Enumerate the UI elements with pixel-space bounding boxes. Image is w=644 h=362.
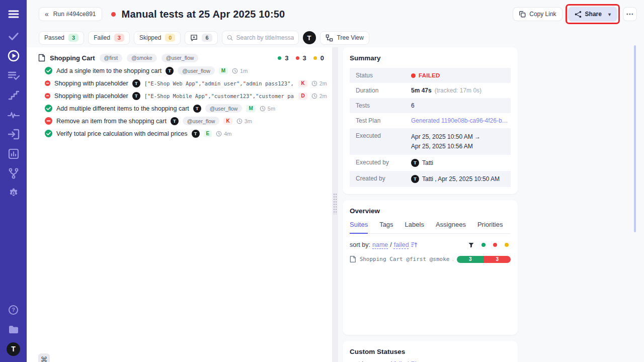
header-actions: Copy Link Share ▾ ⋯ [513, 4, 637, 24]
search-box[interactable] [222, 31, 299, 45]
copy-link-button[interactable]: Copy Link [513, 7, 562, 21]
test-tag[interactable]: @user_flow [183, 117, 220, 125]
summary-row-status: Status FAILED [350, 68, 511, 83]
tests-count-value: 6 [411, 98, 415, 113]
test-title: Shopping with placeholder [54, 80, 128, 87]
tab-suites[interactable]: Suites [350, 221, 368, 234]
comments-filter[interactable]: 6 [185, 31, 217, 45]
suite-tag[interactable]: @user_flow [162, 54, 199, 62]
filter-passed-dot[interactable] [481, 243, 486, 247]
suite-bar-row[interactable]: Shopping Cart @first @smoke … 3 3 [350, 255, 511, 263]
sort-by-name-link[interactable]: name [372, 241, 388, 248]
tab-priorities[interactable]: Priorities [477, 221, 503, 233]
test-title: Add multiple different items to the shop… [56, 105, 189, 112]
skipped-count-badge: 0 [165, 34, 175, 42]
assignee-avatar: T [192, 130, 200, 138]
profile-avatar[interactable]: T [0, 343, 27, 355]
test-row[interactable]: Verify total price calculation with deci… [45, 127, 327, 140]
test-duration: 2m [319, 93, 327, 99]
sidebar-item-settings[interactable] [0, 187, 27, 199]
sort-by-failed-link[interactable]: failed [394, 241, 409, 248]
share-button[interactable]: Share ▾ [568, 7, 617, 22]
test-row[interactable]: Remove an item from the shopping cart T … [45, 115, 327, 127]
avatar-letter: T [7, 342, 20, 356]
skipped-dot [313, 56, 317, 60]
share-icon [575, 11, 582, 18]
test-row[interactable]: Shopping with placeholder T ["E-Shop Mob… [45, 89, 327, 102]
filter-toolbar: Passed 3 Failed 3 Skipped 0 6 T Tree Vie… [27, 28, 644, 47]
bar-failed-segment: 3 [484, 256, 511, 263]
custom-status-badge: M [246, 105, 255, 112]
test-title: Shopping with placeholder [54, 93, 128, 100]
failed-status-dot [411, 73, 416, 78]
tree-view-button[interactable]: Tree View [320, 31, 369, 45]
suite-tag[interactable]: @first [100, 54, 123, 62]
filter-skipped[interactable]: Skipped 0 [134, 31, 181, 45]
hamburger-menu-icon[interactable] [0, 8, 27, 20]
tab-tags[interactable]: Tags [379, 221, 393, 233]
scrollbar-thumb[interactable] [634, 45, 636, 232]
assignee-avatar: T [132, 92, 140, 100]
sidebar-item-plans[interactable] [0, 69, 27, 81]
sort-ascending-icon [411, 242, 418, 248]
sidebar-item-reports[interactable] [0, 148, 27, 160]
filter-failed-dot[interactable] [493, 243, 497, 247]
suite-failed-count: 3 [303, 54, 306, 62]
docs-icon[interactable] [0, 323, 27, 335]
filter-failed[interactable]: Failed 3 [88, 31, 130, 45]
clock-icon [232, 68, 238, 74]
search-input[interactable] [236, 34, 294, 41]
row-label: Executed by [350, 155, 411, 171]
funnel-icon[interactable] [468, 242, 474, 248]
tab-labels[interactable]: Labels [405, 221, 424, 233]
sidebar-item-steps[interactable] [0, 89, 27, 101]
row-label: Tests [350, 98, 411, 113]
row-label: Executed [350, 128, 411, 155]
test-row[interactable]: Add a single item to the shopping cart T… [45, 64, 327, 77]
status-value: FAILED [419, 72, 440, 78]
keyboard-shortcuts-button[interactable]: ⌘ [38, 353, 50, 362]
test-row[interactable]: Add multiple different items to the shop… [45, 102, 327, 115]
user-avatar[interactable]: T [303, 31, 316, 44]
row-label: Duration [350, 83, 411, 98]
sidebar-item-runs[interactable] [0, 50, 27, 62]
assignee-avatar: T [171, 117, 179, 125]
back-to-run-button[interactable]: « Run #494ce891 [39, 7, 102, 21]
summary-row-tests: Tests 6 [350, 98, 511, 113]
filter-skipped-dot[interactable] [505, 243, 509, 247]
passed-dot [278, 56, 281, 60]
sidebar-nav [0, 30, 27, 199]
test-tag[interactable]: @user_flow [178, 66, 215, 75]
filter-passed[interactable]: Passed 3 [39, 31, 84, 45]
sidebar-item-pulse[interactable] [0, 109, 27, 121]
more-actions-button[interactable]: ⋯ [623, 7, 637, 21]
custom-status-badge: K [298, 80, 307, 87]
share-label: Share [585, 11, 602, 18]
executed-start: Apr 25, 2025 10:50 AM → [411, 133, 480, 140]
test-row[interactable]: Shopping with placeholder T ["E-Shop Web… [45, 77, 327, 89]
sidebar-item-import[interactable] [0, 128, 27, 140]
summary-row-duration: Duration 5m 47s(tracked: 17m 0s) [350, 83, 511, 98]
suite-result-bar[interactable]: 3 3 [457, 256, 511, 263]
test-list-panel: Shopping Cart @first @smoke @user_flow 3… [27, 47, 332, 362]
suite-header[interactable]: Shopping Cart @first @smoke @user_flow 3… [33, 51, 327, 64]
panel-splitter[interactable] [332, 47, 338, 362]
help-icon[interactable]: ? [0, 304, 27, 316]
run-status-dot [111, 12, 116, 17]
assignee-avatar: T [132, 79, 140, 87]
status-passed-icon [45, 67, 52, 74]
summary-table: Status FAILED Duration 5m 47s(tracked: 1… [350, 68, 511, 187]
sidebar-item-tests[interactable] [0, 30, 27, 42]
tab-assignees[interactable]: Assignees [436, 221, 466, 233]
test-plan-link[interactable]: Generated 1190e08b-ca96-4f26-b10f-d6dc… [411, 117, 511, 124]
summary-row-executed-by: Executed by TTatti [350, 155, 511, 171]
sidebar-item-branches[interactable] [0, 167, 27, 179]
tree-view-label: Tree View [337, 34, 364, 41]
created-by-value: Tatti , Apr 25, 2025 10:50 AM [422, 175, 500, 183]
suite-tag[interactable]: @smoke [127, 54, 157, 62]
status-failed-icon [45, 117, 52, 125]
suite-passed-count: 3 [285, 54, 288, 62]
back-chevrons-icon: « [45, 10, 49, 18]
test-tag[interactable]: @user_flow [205, 104, 243, 113]
status-passed-icon [45, 105, 52, 112]
